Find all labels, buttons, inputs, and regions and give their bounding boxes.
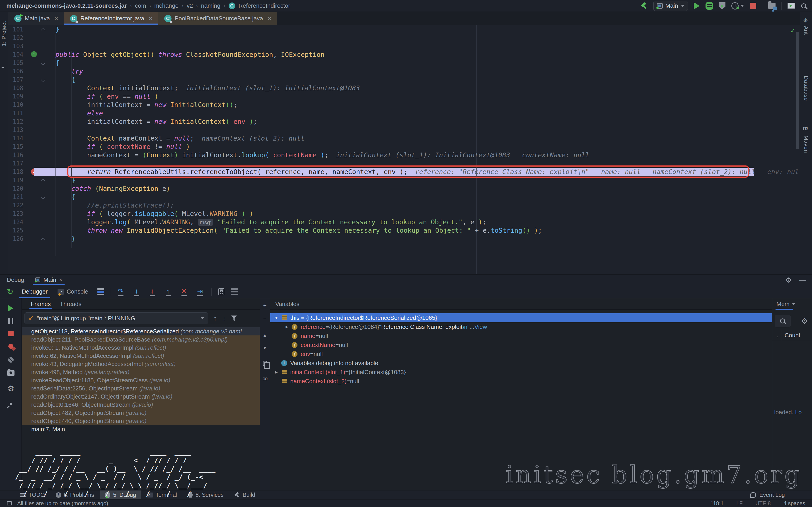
- line-number[interactable]: 115: [8, 143, 23, 151]
- memory-search-box[interactable]: [775, 315, 791, 327]
- variable-row[interactable]: fenv = null: [270, 349, 772, 358]
- code-line[interactable]: 120 catch (NamingException e): [8, 184, 800, 193]
- layout-settings-icon[interactable]: [97, 288, 104, 295]
- tab-threads[interactable]: Threads: [60, 300, 81, 309]
- view-link[interactable]: View: [474, 324, 487, 331]
- breadcrumb-item[interactable]: com: [135, 2, 146, 9]
- line-number[interactable]: 120: [8, 184, 23, 193]
- variable-row[interactable]: fcontextName = null: [270, 340, 772, 349]
- code-line[interactable]: 122 //e.printStackTrace();: [8, 201, 800, 210]
- line-ending[interactable]: LF: [736, 500, 743, 507]
- run-button[interactable]: [694, 2, 700, 9]
- tab-memory[interactable]: Mem: [776, 300, 796, 307]
- code-line[interactable]: 125 throw new InvalidObjectException( "F…: [8, 226, 800, 235]
- editor-tab[interactable]: CReferenceIndirector.java×: [64, 12, 158, 25]
- frame-row[interactable]: readObject:211, PoolBackedDataSourceBase…: [22, 335, 260, 344]
- frame-row[interactable]: readSerialData:2256, ObjectInputStream (…: [22, 384, 260, 392]
- line-number[interactable]: 111: [8, 109, 23, 117]
- breadcrumb-item[interactable]: naming: [201, 2, 220, 9]
- debug-session-tab[interactable]: Main ×: [33, 275, 65, 285]
- line-number[interactable]: 103: [8, 42, 23, 51]
- build-hammer-icon[interactable]: [641, 2, 648, 9]
- thread-dump-camera-icon[interactable]: [6, 369, 15, 378]
- code-line[interactable]: 102: [8, 34, 800, 42]
- line-number[interactable]: 122: [8, 201, 23, 210]
- ant-icon[interactable]: ✳: [803, 17, 808, 24]
- frame-row[interactable]: readObject:440, ObjectInputStream (java.…: [22, 417, 260, 425]
- code-line[interactable]: 106 try: [8, 67, 800, 75]
- coverage-button[interactable]: [719, 2, 725, 9]
- add-watch-icon[interactable]: +: [261, 302, 268, 309]
- breadcrumb-item[interactable]: ReferenceIndirector: [239, 2, 290, 9]
- indent-setting[interactable]: 4 spaces: [783, 500, 805, 507]
- project-structure-icon[interactable]: [768, 3, 775, 9]
- toolwindow-button-build[interactable]: Build: [230, 491, 260, 500]
- step-out-icon[interactable]: ↑: [164, 287, 173, 297]
- tab-debugger[interactable]: Debugger: [17, 285, 53, 298]
- tab-console[interactable]: >Console: [53, 285, 93, 298]
- line-number[interactable]: 113: [8, 126, 23, 134]
- stop-button[interactable]: [750, 3, 756, 9]
- line-number[interactable]: 102: [8, 34, 23, 42]
- code-line[interactable]: 118✓ return ReferenceableUtils.reference…: [8, 168, 800, 176]
- editor-scrollbar[interactable]: [796, 32, 799, 150]
- line-number[interactable]: 112: [8, 117, 23, 126]
- code-line[interactable]: 126 }: [8, 235, 800, 243]
- code-line[interactable]: 105 {: [8, 59, 800, 67]
- frame-row[interactable]: readObject:482, ObjectInputStream (java.…: [22, 409, 260, 417]
- breadcrumb-item[interactable]: mchange-commons-java-0.2.11-sources.jar: [6, 2, 127, 9]
- frame-row[interactable]: readObject0:1646, ObjectInputStream (jav…: [22, 401, 260, 409]
- variable-row[interactable]: ▸initialContext (slot_1) = {InitialConte…: [270, 368, 772, 377]
- sidebar-item-maven[interactable]: Maven: [803, 135, 809, 153]
- code-line[interactable]: 109 if ( env == null ): [8, 92, 800, 101]
- view-options-icon[interactable]: [231, 288, 238, 295]
- code-line[interactable]: 107 {: [8, 75, 800, 84]
- tab-frames[interactable]: Frames: [31, 300, 51, 309]
- resume-icon[interactable]: [6, 304, 15, 313]
- sidebar-item-ant[interactable]: Ant: [803, 26, 809, 35]
- variable-row[interactable]: fname = null: [270, 331, 772, 340]
- variable-row[interactable]: ▾this = {ReferenceIndirector$ReferenceSe…: [270, 313, 772, 322]
- chevron-right-icon[interactable]: ▸: [283, 324, 291, 330]
- line-number[interactable]: 126: [8, 235, 23, 243]
- view-breakpoints-icon[interactable]: [6, 342, 15, 351]
- search-everywhere-icon[interactable]: [801, 3, 806, 8]
- profiler-chevron-icon[interactable]: [741, 5, 744, 7]
- mute-breakpoints-icon[interactable]: [6, 355, 15, 364]
- memory-load-link[interactable]: Lo: [795, 409, 802, 415]
- frame-row[interactable]: invoke0:-1, NativeMethodAccessorImpl (su…: [22, 344, 260, 352]
- code-line[interactable]: 110 initialContext = new InitialContext(…: [8, 101, 800, 109]
- move-down-icon[interactable]: ▼: [261, 344, 268, 351]
- close-icon[interactable]: ×: [54, 15, 58, 22]
- code-line[interactable]: 117: [8, 159, 800, 168]
- memory-col-count[interactable]: Count: [781, 332, 800, 339]
- editor-tab[interactable]: CMain.java×: [8, 12, 64, 25]
- inspections-ok-icon[interactable]: ✓: [790, 27, 796, 35]
- remove-watch-icon[interactable]: −: [261, 316, 268, 322]
- profiler-button[interactable]: [731, 2, 739, 9]
- line-number[interactable]: 107: [8, 75, 23, 84]
- line-number[interactable]: 124: [8, 218, 23, 226]
- memory-col-class[interactable]: ..: [772, 330, 781, 341]
- breadcrumb-item[interactable]: v2: [187, 2, 193, 9]
- chevron-right-icon[interactable]: ▸: [272, 369, 280, 375]
- toolwindow-toggle-icon[interactable]: [7, 501, 12, 505]
- breakpoint-icon[interactable]: ✓: [31, 168, 38, 176]
- line-number[interactable]: 119: [8, 176, 23, 184]
- event-log-button[interactable]: Event Log: [750, 492, 812, 498]
- sidebar-item-project[interactable]: 1: Project: [1, 21, 7, 46]
- run-config-selector[interactable]: Main: [653, 1, 688, 11]
- line-number[interactable]: 125: [8, 226, 23, 235]
- chevron-down-icon[interactable]: ▾: [272, 315, 280, 321]
- thread-selector[interactable]: ✓ "main"@1 in group "main": RUNNING: [24, 313, 208, 324]
- code-line[interactable]: 108 Context initialContext;initialContex…: [8, 84, 800, 92]
- code-line[interactable]: 121 {: [8, 193, 800, 201]
- rerun-icon[interactable]: ↻: [5, 287, 14, 296]
- line-number[interactable]: 106: [8, 67, 23, 75]
- frame-down-icon[interactable]: ↓: [222, 315, 226, 322]
- frame-row[interactable]: invokeReadObject:1185, ObjectStreamClass…: [22, 376, 260, 384]
- stop-icon[interactable]: [6, 329, 15, 338]
- pause-icon[interactable]: [6, 317, 15, 326]
- code-line[interactable]: 103: [8, 42, 800, 51]
- override-method-icon[interactable]: ↑: [31, 51, 38, 58]
